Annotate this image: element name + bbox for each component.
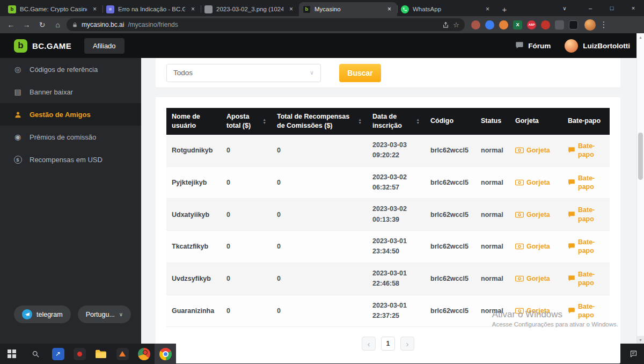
pagination-prev-icon[interactable]: ‹	[362, 337, 376, 351]
sort-icon[interactable]: ▲▼	[358, 118, 362, 124]
user-avatar	[565, 39, 578, 53]
forum-link[interactable]: Fórum	[515, 41, 551, 50]
chat-bubble-icon	[568, 243, 575, 250]
signup-date-cell: 2023-03-0122:46:58	[372, 268, 420, 289]
home-icon[interactable]: ⌂	[51, 18, 64, 32]
sort-icon[interactable]: ▲▼	[416, 118, 420, 124]
user-menu[interactable]: LuizBortolotti	[565, 39, 630, 53]
tab-mycasino-active[interactable]: b Mycasino ×	[299, 2, 397, 16]
chat-button[interactable]: Bate-papo	[568, 174, 604, 192]
tip-button[interactable]: Gorjeta	[515, 179, 557, 186]
tab-close-icon[interactable]: ×	[91, 5, 99, 13]
tab-close-icon[interactable]: ×	[484, 5, 492, 13]
filter-select[interactable]: Todos ∨	[166, 64, 321, 82]
tab-erro-indicacao[interactable]: ≡ Erro na Indicação - BC.Game ×	[103, 2, 201, 16]
bet-total-cell: 0	[226, 275, 230, 282]
sidebar-item-usd-rewards[interactable]: $ Recompensas em USD	[0, 148, 141, 171]
window-controls: ∨ – □ ×	[554, 0, 644, 16]
pinned-app-5-button[interactable]	[133, 344, 155, 364]
tab-close-icon[interactable]: ×	[287, 5, 295, 13]
start-button[interactable]	[0, 344, 24, 364]
chat-button[interactable]: Bate-papo	[568, 142, 604, 159]
status-cell: normal	[481, 147, 503, 154]
language-selector[interactable]: Portugu... ∨	[78, 305, 131, 323]
bet-total-cell: 0	[226, 307, 230, 315]
taskbar-search-button[interactable]	[24, 344, 47, 364]
refresh-icon[interactable]: ↻	[35, 18, 49, 32]
tip-button[interactable]: Gorjeta	[515, 275, 557, 282]
window-maximize-button[interactable]: □	[601, 0, 623, 16]
code-cell: brlc62wccl5	[430, 147, 469, 154]
window-minimize-button[interactable]: –	[580, 0, 601, 16]
table-row: Uvdzsyfikyb 0 0 2023-03-0122:46:58 brlc6…	[166, 263, 610, 295]
tab-image-png[interactable]: 2023-03-02_3.png (1024×76 ×	[201, 2, 299, 16]
tip-button[interactable]: Gorjeta	[515, 211, 557, 219]
back-icon[interactable]: ←	[4, 18, 18, 32]
sidebar-item-banner-download[interactable]: ▤ Banner baixar	[0, 81, 141, 103]
browser-menu-icon[interactable]: ⋮	[598, 20, 610, 30]
sidebar-item-friends-management[interactable]: Gestão de Amigos	[0, 103, 141, 126]
bcgame-logo-icon: b	[14, 39, 27, 53]
chat-button[interactable]: Bate-papo	[568, 206, 604, 223]
page-scrollbar[interactable]: ▲ ▼	[636, 33, 644, 344]
extension-icon-6[interactable]	[541, 20, 550, 30]
scroll-down-icon[interactable]: ▼	[637, 336, 644, 344]
chat-button[interactable]: Bate-papo	[568, 238, 604, 256]
browser-profile-avatar[interactable]	[584, 19, 596, 31]
telegram-button[interactable]: telegram	[14, 305, 71, 323]
chrome-taskbar-button[interactable]	[155, 344, 176, 364]
tab-close-icon[interactable]: ×	[385, 5, 393, 13]
new-tab-button[interactable]: +	[497, 2, 511, 16]
action-center-icon[interactable]	[623, 344, 644, 364]
tab-close-icon[interactable]: ×	[189, 5, 197, 13]
search-button[interactable]: Buscar	[339, 64, 381, 82]
status-cell: normal	[481, 179, 503, 186]
col-code: Código	[425, 108, 475, 135]
col-commission-rewards[interactable]: Total de Recompensas de Comissões ($) ▲▼	[272, 108, 367, 135]
tab-whatsapp[interactable]: WhatsApp ×	[397, 2, 495, 16]
col-bet-total[interactable]: Aposta total ($) ▲▼	[221, 108, 272, 135]
tip-button[interactable]: Gorjeta	[515, 243, 557, 250]
table-row: Pyjktejikyb 0 0 2023-03-0206:32:57 brlc6…	[166, 166, 610, 199]
chat-button[interactable]: Bate-papo	[568, 302, 604, 320]
username-cell: Tkcatzfikyb	[172, 243, 208, 250]
pagination-page-1[interactable]: 1	[381, 337, 395, 351]
sidebar-item-referral-codes[interactable]: ◎ Códigos de referência	[0, 58, 141, 81]
address-bar[interactable]: mycasino.bc.ai/mycasino/friends ☆	[67, 18, 465, 31]
bcgame-logo[interactable]: b BC.GAME	[14, 39, 71, 53]
extension-icon-7[interactable]	[555, 20, 564, 30]
bookmark-star-icon[interactable]: ☆	[453, 21, 459, 29]
extension-icon-1[interactable]	[471, 20, 480, 30]
url-path: /mycasino/friends	[128, 21, 178, 28]
pinned-app-1-button[interactable]: ↗	[47, 344, 69, 364]
telegram-label: telegram	[36, 311, 63, 318]
forward-icon[interactable]: →	[20, 18, 33, 32]
sidebar-item-label: Códigos de referência	[30, 65, 98, 74]
extension-icon-3[interactable]	[499, 20, 508, 30]
tip-button[interactable]: Gorjeta	[515, 147, 557, 154]
sidebar-item-commission-prizes[interactable]: ◉ Prêmios de comissão	[0, 126, 141, 148]
pagination-next-icon[interactable]: ›	[400, 337, 414, 351]
col-signup-date[interactable]: Data de inscrição ▲▼	[367, 108, 425, 135]
sort-icon[interactable]: ▲▼	[263, 118, 266, 124]
file-explorer-button[interactable]	[90, 344, 112, 364]
affiliate-button[interactable]: Afiliado	[84, 38, 125, 54]
table-row: Udxatyiikyb 0 0 2023-03-0200:13:39 brlc6…	[166, 199, 610, 231]
signup-date-cell: 2023-03-0200:13:39	[372, 204, 420, 225]
extension-icon-2[interactable]	[485, 20, 494, 30]
tab-bcgame[interactable]: b BC.Game: Crypto Casino Gam ×	[4, 2, 103, 16]
adblock-extension-icon[interactable]: ABP	[527, 20, 536, 30]
share-icon[interactable]	[442, 21, 449, 28]
tab-search-chevron-icon[interactable]: ∨	[554, 0, 575, 16]
excel-extension-icon[interactable]: X	[513, 20, 522, 30]
window-close-button[interactable]: ×	[623, 0, 644, 16]
pinned-app-4-button[interactable]	[112, 344, 133, 364]
tip-button[interactable]: Gorjeta	[515, 307, 557, 315]
chat-bubble-icon	[568, 147, 575, 154]
pinned-app-2-button[interactable]	[69, 344, 90, 364]
scroll-up-icon[interactable]: ▲	[637, 33, 644, 41]
scrollbar-thumb[interactable]	[638, 133, 643, 180]
extension-icon-8[interactable]	[569, 20, 578, 30]
chat-button[interactable]: Bate-papo	[568, 270, 604, 288]
bet-total-cell: 0	[226, 211, 230, 219]
